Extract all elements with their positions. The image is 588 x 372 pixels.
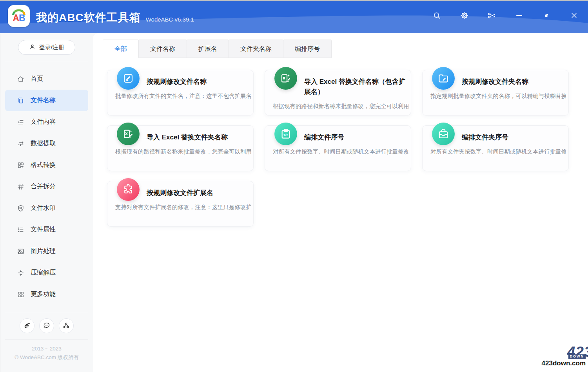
browser-icon bbox=[23, 321, 31, 330]
tab-1[interactable]: 文件名称 bbox=[138, 40, 187, 58]
resize-button[interactable] bbox=[541, 11, 552, 22]
divider bbox=[5, 61, 88, 61]
folder-edit-icon bbox=[432, 67, 455, 90]
divider bbox=[5, 339, 88, 339]
search-button[interactable] bbox=[431, 11, 442, 22]
feedback-button[interactable] bbox=[39, 318, 54, 333]
sidebar-tool-buttons bbox=[0, 318, 93, 333]
app-version: WodeABC v6.39.1 bbox=[146, 16, 194, 23]
close-icon bbox=[570, 11, 579, 21]
format-convert-icon bbox=[17, 161, 25, 169]
feature-card[interactable]: 按规则修改文件名称批量修改所有文件的文件名，注意：这里不包含扩展名 bbox=[107, 70, 254, 116]
sidebar-item-label: 首页 bbox=[31, 75, 43, 83]
settings-button[interactable] bbox=[459, 11, 470, 22]
feature-cards-grid: 按规则修改文件名称批量修改所有文件的文件名，注意：这里不包含扩展名导入 Exce… bbox=[107, 70, 572, 227]
sidebar-item-label: 合并拆分 bbox=[31, 182, 56, 191]
screenshot-scissors-button[interactable] bbox=[486, 11, 497, 22]
feature-card[interactable]: 按规则修改文件夹名称指定规则批量修改文件夹的名称，可以精确与模糊替换 bbox=[422, 70, 569, 116]
card-description: 对所有文件按数字、时间日期或随机文本进行批量修改 bbox=[273, 148, 408, 155]
sidebar-item-image[interactable]: 图片处理 bbox=[5, 240, 88, 262]
sidebar-item-label: 文件属性 bbox=[31, 226, 56, 234]
sidebar-item-format-convert[interactable]: 格式转换 bbox=[5, 154, 88, 176]
card-title: 按规则修改文件夹名称 bbox=[462, 70, 568, 87]
card-description: 支持对所有文件扩展名的修改，注意：这里只是修改扩展名 bbox=[115, 204, 251, 211]
main-panel: 全部文件名称扩展名文件夹名称编排序号 按规则修改文件名称批量修改所有文件的文件名… bbox=[93, 33, 588, 372]
card-title: 按规则修改文件扩展名 bbox=[147, 181, 253, 199]
sidebar-footer: 2013 ~ 2023 © WodeABC.com 版权所有 bbox=[0, 345, 93, 362]
drawer-icon bbox=[432, 123, 455, 145]
login-register-label: 登录/注册 bbox=[39, 44, 64, 51]
minimize-button[interactable] bbox=[514, 11, 524, 22]
sidebar-item-file-content[interactable]: 文件内容 bbox=[5, 111, 88, 133]
file-props-icon bbox=[17, 226, 25, 234]
sidebar-item-label: 文件水印 bbox=[31, 204, 56, 212]
sidebar-item-label: 格式转换 bbox=[31, 161, 56, 169]
tab-4[interactable]: 编排序号 bbox=[283, 40, 332, 58]
clipboard-half-icon: 1/2 bbox=[274, 123, 297, 145]
category-tabbar: 全部文件名称扩展名文件夹名称编排序号 bbox=[103, 40, 588, 58]
image-icon bbox=[17, 247, 25, 255]
compress-icon bbox=[17, 269, 25, 277]
sidebar-item-label: 文件名称 bbox=[31, 96, 56, 105]
excel-swap-icon bbox=[117, 123, 140, 145]
sidebar-item-data-extract[interactable]: 数据提取 bbox=[5, 133, 88, 154]
sidebar-item-watermark[interactable]: 文件水印 bbox=[5, 197, 88, 219]
site-watermark: 423 DOWN 423down.com bbox=[542, 345, 586, 367]
card-title: 编排文件序号 bbox=[304, 126, 411, 143]
merge-split-icon bbox=[17, 183, 25, 191]
sidebar-item-compress[interactable]: 压缩解压 bbox=[5, 262, 88, 284]
sidebar-item-label: 更多功能 bbox=[31, 290, 56, 298]
tab-0[interactable]: 全部 bbox=[103, 40, 139, 58]
puzzle-icon bbox=[117, 178, 140, 201]
close-button[interactable] bbox=[568, 11, 579, 22]
share-icon bbox=[62, 321, 70, 330]
feature-card[interactable]: 导入 Excel 替换文件名称（包含扩展名）根据现有的路径和新名称来批量修改，您… bbox=[265, 70, 411, 116]
sidebar-item-merge-split[interactable]: 合并拆分 bbox=[5, 176, 88, 197]
resize-icon bbox=[542, 11, 551, 21]
settings-icon bbox=[460, 11, 469, 21]
excel-swap-icon bbox=[274, 67, 297, 90]
copyright-text: © WodeABC.com 版权所有 bbox=[0, 353, 93, 362]
feature-card[interactable]: 按规则修改文件扩展名支持对所有文件扩展名的修改，注意：这里只是修改扩展名 bbox=[107, 181, 254, 227]
app-logo: AB bbox=[8, 5, 30, 27]
titlebar: AB 我的ABC软件工具箱 WodeABC v6.39.1 bbox=[0, 0, 588, 33]
feature-card[interactable]: 导入 Excel 替换文件夹名称根据现有的路径和新名称来批量修改，您完全可以利用 bbox=[107, 125, 254, 171]
watermark-brand-sub: DOWN bbox=[568, 354, 586, 359]
card-title: 按规则修改文件名称 bbox=[147, 70, 253, 87]
card-description: 根据现有的路径和新名称来批量修改，您完全可以利用 bbox=[273, 103, 408, 110]
sidebar-nav: 首页文件名称文件内容数据提取格式转换合并拆分文件水印文件属性图片处理压缩解压更多… bbox=[0, 68, 93, 305]
card-description: 指定规则批量修改文件夹的名称，可以精确与模糊替换 bbox=[430, 92, 566, 100]
sidebar-item-more[interactable]: 更多功能 bbox=[5, 284, 88, 305]
divider bbox=[5, 312, 88, 312]
copyright-years: 2013 ~ 2023 bbox=[0, 345, 93, 353]
card-title: 导入 Excel 替换文件夹名称 bbox=[147, 126, 253, 143]
tab-3[interactable]: 文件夹名称 bbox=[229, 40, 283, 58]
sidebar-item-file-props[interactable]: 文件属性 bbox=[5, 219, 88, 240]
sidebar-item-label: 图片处理 bbox=[31, 247, 56, 255]
tab-2[interactable]: 扩展名 bbox=[187, 40, 229, 58]
more-icon bbox=[17, 291, 25, 298]
data-extract-icon bbox=[17, 140, 25, 148]
card-description: 根据现有的路径和新名称来批量修改，您完全可以利用 bbox=[115, 148, 251, 155]
person-icon bbox=[29, 43, 36, 51]
feature-card[interactable]: 1/2编排文件序号对所有文件按数字、时间日期或随机文本进行批量修改 bbox=[265, 125, 411, 171]
file-name-icon bbox=[17, 97, 25, 105]
minimize-icon bbox=[515, 11, 524, 21]
edit-square-icon bbox=[117, 67, 140, 90]
card-title: 编排文件夹序号 bbox=[462, 126, 568, 143]
feature-card[interactable]: 编排文件夹序号对所有文件夹按数字、时间日期或随机文本进行批量修改 bbox=[422, 125, 569, 171]
watermark-site-url: 423down.com bbox=[542, 360, 586, 367]
app-title: 我的ABC软件工具箱 bbox=[36, 10, 141, 25]
home-icon bbox=[17, 75, 25, 83]
sidebar: 登录/注册 首页文件名称文件内容数据提取格式转换合并拆分文件水印文件属性图片处理… bbox=[0, 34, 93, 372]
feedback-icon bbox=[43, 321, 51, 330]
search-icon bbox=[432, 11, 441, 21]
sidebar-item-file-name[interactable]: 文件名称 bbox=[5, 90, 88, 111]
browser-button[interactable] bbox=[20, 318, 34, 333]
sidebar-item-home[interactable]: 首页 bbox=[5, 68, 88, 90]
share-button[interactable] bbox=[59, 318, 74, 333]
sidebar-item-label: 压缩解压 bbox=[31, 269, 56, 277]
login-register-button[interactable]: 登录/注册 bbox=[18, 40, 75, 55]
watermark-icon bbox=[17, 204, 25, 212]
card-title: 导入 Excel 替换文件名称（包含扩展名） bbox=[304, 70, 411, 98]
